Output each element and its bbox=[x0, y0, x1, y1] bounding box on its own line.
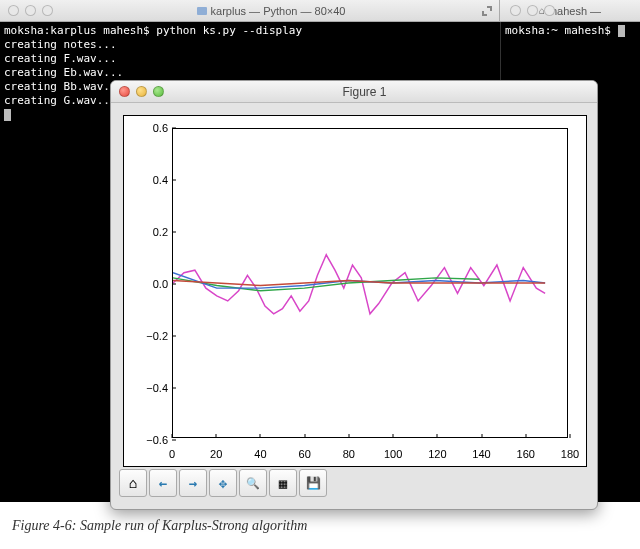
figure-window[interactable]: Figure 1 −0.6−0.4−0.20.00.20.40.6 020406… bbox=[110, 80, 598, 510]
home-button[interactable]: ⌂ bbox=[119, 469, 147, 497]
window-controls-right[interactable] bbox=[502, 5, 563, 16]
close-icon[interactable] bbox=[8, 5, 19, 16]
plot-lines bbox=[173, 129, 567, 437]
terminal-title-left: karplus — Python — 80×40 bbox=[61, 5, 481, 17]
minimize-icon[interactable] bbox=[136, 86, 147, 97]
x-tick-label: 40 bbox=[254, 448, 266, 460]
command-text: python ks.py --display bbox=[156, 24, 302, 37]
os-titlebar: karplus — Python — 80×40 ⌂ mahesh — bbox=[0, 0, 640, 22]
cursor-icon bbox=[4, 109, 11, 121]
back-button[interactable]: ← bbox=[149, 469, 177, 497]
close-icon[interactable] bbox=[510, 5, 521, 16]
save-button[interactable]: 💾 bbox=[299, 469, 327, 497]
maximize-icon[interactable] bbox=[481, 5, 493, 17]
cursor-icon bbox=[618, 25, 625, 37]
figure-window-titlebar[interactable]: Figure 1 bbox=[111, 81, 597, 103]
arrow-left-icon: ← bbox=[159, 475, 167, 491]
terminal-output-line: creating Eb.wav... bbox=[4, 66, 496, 80]
folder-icon bbox=[197, 7, 207, 15]
zoom-rect-icon: 🔍 bbox=[246, 477, 260, 490]
x-tick-label: 140 bbox=[472, 448, 490, 460]
title-text-left: karplus — Python — 80×40 bbox=[211, 5, 346, 17]
prompt-text: moksha:~ mahesh$ bbox=[505, 24, 618, 37]
x-tick-label: 80 bbox=[343, 448, 355, 460]
titlebar-left-pane: karplus — Python — 80×40 bbox=[0, 0, 500, 21]
titlebar-right-pane: ⌂ mahesh — bbox=[500, 0, 640, 21]
terminal-body: moksha:karplus mahesh$ python ks.py --di… bbox=[0, 22, 640, 502]
terminal-output-line: creating notes... bbox=[4, 38, 496, 52]
subplots-button[interactable]: ▦ bbox=[269, 469, 297, 497]
x-tick-label: 120 bbox=[428, 448, 446, 460]
y-tick-label: −0.2 bbox=[124, 330, 168, 342]
terminal-prompt-line: moksha:~ mahesh$ bbox=[505, 24, 636, 37]
pan-button[interactable]: ✥ bbox=[209, 469, 237, 497]
y-tick-label: 0.6 bbox=[124, 122, 168, 134]
forward-button[interactable]: → bbox=[179, 469, 207, 497]
x-tick-label: 20 bbox=[210, 448, 222, 460]
y-tick-label: 0.2 bbox=[124, 226, 168, 238]
y-tick-label: 0.4 bbox=[124, 174, 168, 186]
arrow-right-icon: → bbox=[189, 475, 197, 491]
close-icon[interactable] bbox=[119, 86, 130, 97]
terminal-output-line: creating F.wav... bbox=[4, 52, 496, 66]
minimize-icon[interactable] bbox=[25, 5, 36, 16]
zoom-icon[interactable] bbox=[153, 86, 164, 97]
zoom-icon[interactable] bbox=[544, 5, 555, 16]
x-tick-label: 0 bbox=[169, 448, 175, 460]
y-tick-label: −0.6 bbox=[124, 434, 168, 446]
terminal-command-line: moksha:karplus mahesh$ python ks.py --di… bbox=[4, 24, 496, 38]
matplotlib-toolbar: ⌂ ← → ✥ 🔍 ▦ 💾 bbox=[119, 469, 327, 501]
minimize-icon[interactable] bbox=[527, 5, 538, 16]
window-controls-left[interactable] bbox=[0, 5, 61, 16]
home-icon: ⌂ bbox=[129, 475, 137, 491]
figure-title: Figure 1 bbox=[172, 85, 597, 99]
plot-container: −0.6−0.4−0.20.00.20.40.6 020406080100120… bbox=[111, 103, 597, 467]
plot-axes bbox=[172, 128, 568, 438]
y-tick-label: 0.0 bbox=[124, 278, 168, 290]
zoom-button[interactable]: 🔍 bbox=[239, 469, 267, 497]
x-tick-label: 160 bbox=[517, 448, 535, 460]
pan-icon: ✥ bbox=[219, 475, 227, 491]
zoom-icon[interactable] bbox=[42, 5, 53, 16]
plot-area[interactable]: −0.6−0.4−0.20.00.20.40.6 020406080100120… bbox=[123, 115, 587, 467]
y-tick-label: −0.4 bbox=[124, 382, 168, 394]
prompt-text: moksha:karplus mahesh$ bbox=[4, 24, 156, 37]
save-icon: 💾 bbox=[306, 476, 321, 490]
subplots-icon: ▦ bbox=[279, 475, 287, 491]
x-tick-label: 180 bbox=[561, 448, 579, 460]
x-tick-label: 60 bbox=[299, 448, 311, 460]
figure-window-controls[interactable] bbox=[111, 86, 172, 97]
x-tick-label: 100 bbox=[384, 448, 402, 460]
